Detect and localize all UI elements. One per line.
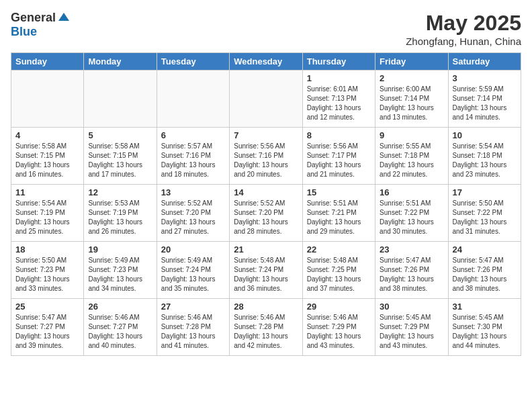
day-number: 12 bbox=[88, 187, 152, 197]
day-number: 23 bbox=[380, 244, 443, 255]
week-row-4: 18Sunrise: 5:50 AM Sunset: 7:23 PM Dayli… bbox=[11, 242, 521, 299]
svg-marker-0 bbox=[58, 13, 69, 21]
day-info: Sunrise: 5:48 AM Sunset: 7:24 PM Dayligh… bbox=[234, 256, 298, 293]
logo-blue-text: Blue bbox=[11, 25, 37, 39]
day-number: 6 bbox=[161, 130, 225, 140]
calendar-cell: 24Sunrise: 5:47 AM Sunset: 7:26 PM Dayli… bbox=[448, 242, 521, 299]
calendar-cell: 3Sunrise: 5:59 AM Sunset: 7:14 PM Daylig… bbox=[448, 71, 521, 128]
calendar-cell bbox=[11, 71, 84, 128]
calendar-cell: 13Sunrise: 5:52 AM Sunset: 7:20 PM Dayli… bbox=[157, 185, 229, 242]
day-info: Sunrise: 5:54 AM Sunset: 7:19 PM Dayligh… bbox=[15, 199, 79, 236]
day-info: Sunrise: 5:50 AM Sunset: 7:22 PM Dayligh… bbox=[453, 199, 517, 236]
calendar-cell: 14Sunrise: 5:52 AM Sunset: 7:20 PM Dayli… bbox=[230, 185, 302, 242]
calendar-cell bbox=[84, 71, 157, 128]
calendar-cell: 19Sunrise: 5:49 AM Sunset: 7:23 PM Dayli… bbox=[84, 242, 157, 299]
day-info: Sunrise: 5:48 AM Sunset: 7:25 PM Dayligh… bbox=[307, 256, 371, 293]
month-title: May 2025 bbox=[406, 11, 521, 36]
day-number: 15 bbox=[307, 187, 371, 197]
day-number: 5 bbox=[88, 130, 152, 140]
calendar-table: SundayMondayTuesdayWednesdayThursdayFrid… bbox=[11, 52, 521, 356]
day-info: Sunrise: 5:46 AM Sunset: 7:28 PM Dayligh… bbox=[161, 313, 225, 351]
weekday-header-friday: Friday bbox=[375, 53, 448, 71]
day-number: 17 bbox=[453, 187, 517, 197]
day-number: 4 bbox=[15, 130, 79, 140]
day-info: Sunrise: 5:46 AM Sunset: 7:27 PM Dayligh… bbox=[88, 313, 152, 351]
day-info: Sunrise: 5:52 AM Sunset: 7:20 PM Dayligh… bbox=[161, 199, 225, 236]
calendar-cell: 27Sunrise: 5:46 AM Sunset: 7:28 PM Dayli… bbox=[157, 299, 229, 356]
day-info: Sunrise: 5:51 AM Sunset: 7:22 PM Dayligh… bbox=[380, 199, 443, 236]
calendar-cell: 31Sunrise: 5:45 AM Sunset: 7:30 PM Dayli… bbox=[448, 299, 521, 356]
location-text: Zhongfang, Hunan, China bbox=[406, 36, 521, 47]
weekday-header-tuesday: Tuesday bbox=[157, 53, 229, 71]
day-number: 20 bbox=[161, 244, 225, 255]
calendar-cell bbox=[230, 71, 302, 128]
weekday-header-monday: Monday bbox=[84, 53, 157, 71]
week-row-3: 11Sunrise: 5:54 AM Sunset: 7:19 PM Dayli… bbox=[11, 185, 521, 242]
day-number: 18 bbox=[15, 244, 79, 255]
day-info: Sunrise: 5:47 AM Sunset: 7:27 PM Dayligh… bbox=[15, 313, 79, 351]
calendar-cell: 20Sunrise: 5:49 AM Sunset: 7:24 PM Dayli… bbox=[157, 242, 229, 299]
calendar-cell bbox=[157, 71, 229, 128]
day-info: Sunrise: 5:49 AM Sunset: 7:24 PM Dayligh… bbox=[161, 256, 225, 293]
day-number: 21 bbox=[234, 244, 298, 255]
weekday-header-sunday: Sunday bbox=[11, 53, 84, 71]
day-number: 1 bbox=[307, 73, 371, 83]
page-header: General Blue May 2025 Zhongfang, Hunan, … bbox=[11, 11, 521, 47]
day-info: Sunrise: 5:56 AM Sunset: 7:17 PM Dayligh… bbox=[307, 142, 371, 179]
day-info: Sunrise: 5:46 AM Sunset: 7:29 PM Dayligh… bbox=[307, 313, 371, 351]
day-info: Sunrise: 5:45 AM Sunset: 7:30 PM Dayligh… bbox=[453, 313, 517, 351]
calendar-cell: 26Sunrise: 5:46 AM Sunset: 7:27 PM Dayli… bbox=[84, 299, 157, 356]
day-info: Sunrise: 5:54 AM Sunset: 7:18 PM Dayligh… bbox=[453, 142, 517, 179]
calendar-cell: 16Sunrise: 5:51 AM Sunset: 7:22 PM Dayli… bbox=[375, 185, 448, 242]
day-info: Sunrise: 5:52 AM Sunset: 7:20 PM Dayligh… bbox=[234, 199, 298, 236]
day-info: Sunrise: 5:50 AM Sunset: 7:23 PM Dayligh… bbox=[15, 256, 79, 293]
day-info: Sunrise: 6:01 AM Sunset: 7:13 PM Dayligh… bbox=[307, 85, 371, 122]
calendar-cell: 8Sunrise: 5:56 AM Sunset: 7:17 PM Daylig… bbox=[302, 128, 375, 185]
day-number: 30 bbox=[380, 302, 443, 312]
day-number: 29 bbox=[307, 302, 371, 312]
calendar-cell: 11Sunrise: 5:54 AM Sunset: 7:19 PM Dayli… bbox=[11, 185, 84, 242]
day-info: Sunrise: 6:00 AM Sunset: 7:14 PM Dayligh… bbox=[380, 85, 443, 122]
weekday-header-saturday: Saturday bbox=[448, 53, 521, 71]
day-info: Sunrise: 5:59 AM Sunset: 7:14 PM Dayligh… bbox=[453, 85, 517, 122]
day-number: 26 bbox=[88, 302, 152, 312]
day-info: Sunrise: 5:55 AM Sunset: 7:18 PM Dayligh… bbox=[380, 142, 443, 179]
calendar-cell: 2Sunrise: 6:00 AM Sunset: 7:14 PM Daylig… bbox=[375, 71, 448, 128]
calendar-cell: 6Sunrise: 5:57 AM Sunset: 7:16 PM Daylig… bbox=[157, 128, 229, 185]
calendar-cell: 12Sunrise: 5:53 AM Sunset: 7:19 PM Dayli… bbox=[84, 185, 157, 242]
day-info: Sunrise: 5:51 AM Sunset: 7:21 PM Dayligh… bbox=[307, 199, 371, 236]
logo-general-text: General bbox=[11, 11, 56, 25]
day-info: Sunrise: 5:57 AM Sunset: 7:16 PM Dayligh… bbox=[161, 142, 225, 179]
week-row-1: 1Sunrise: 6:01 AM Sunset: 7:13 PM Daylig… bbox=[11, 71, 521, 128]
day-number: 3 bbox=[453, 73, 517, 83]
calendar-cell: 17Sunrise: 5:50 AM Sunset: 7:22 PM Dayli… bbox=[448, 185, 521, 242]
day-number: 22 bbox=[307, 244, 371, 255]
day-number: 7 bbox=[234, 130, 298, 140]
calendar-cell: 5Sunrise: 5:58 AM Sunset: 7:15 PM Daylig… bbox=[84, 128, 157, 185]
calendar-header-row: SundayMondayTuesdayWednesdayThursdayFrid… bbox=[11, 53, 521, 71]
week-row-2: 4Sunrise: 5:58 AM Sunset: 7:15 PM Daylig… bbox=[11, 128, 521, 185]
day-info: Sunrise: 5:58 AM Sunset: 7:15 PM Dayligh… bbox=[15, 142, 79, 179]
day-number: 24 bbox=[453, 244, 517, 255]
logo-icon bbox=[57, 11, 71, 25]
calendar-cell: 9Sunrise: 5:55 AM Sunset: 7:18 PM Daylig… bbox=[375, 128, 448, 185]
logo: General Blue bbox=[11, 11, 71, 39]
day-number: 25 bbox=[15, 302, 79, 312]
calendar-cell: 28Sunrise: 5:46 AM Sunset: 7:28 PM Dayli… bbox=[230, 299, 302, 356]
calendar-cell: 10Sunrise: 5:54 AM Sunset: 7:18 PM Dayli… bbox=[448, 128, 521, 185]
calendar-cell: 4Sunrise: 5:58 AM Sunset: 7:15 PM Daylig… bbox=[11, 128, 84, 185]
day-info: Sunrise: 5:46 AM Sunset: 7:28 PM Dayligh… bbox=[234, 313, 298, 351]
calendar-cell: 21Sunrise: 5:48 AM Sunset: 7:24 PM Dayli… bbox=[230, 242, 302, 299]
calendar-cell: 22Sunrise: 5:48 AM Sunset: 7:25 PM Dayli… bbox=[302, 242, 375, 299]
calendar-cell: 18Sunrise: 5:50 AM Sunset: 7:23 PM Dayli… bbox=[11, 242, 84, 299]
calendar-cell: 7Sunrise: 5:56 AM Sunset: 7:16 PM Daylig… bbox=[230, 128, 302, 185]
day-info: Sunrise: 5:47 AM Sunset: 7:26 PM Dayligh… bbox=[380, 256, 443, 293]
day-info: Sunrise: 5:53 AM Sunset: 7:19 PM Dayligh… bbox=[88, 199, 152, 236]
calendar-cell: 23Sunrise: 5:47 AM Sunset: 7:26 PM Dayli… bbox=[375, 242, 448, 299]
day-number: 28 bbox=[234, 302, 298, 312]
day-number: 8 bbox=[307, 130, 371, 140]
calendar-cell: 15Sunrise: 5:51 AM Sunset: 7:21 PM Dayli… bbox=[302, 185, 375, 242]
calendar-cell: 1Sunrise: 6:01 AM Sunset: 7:13 PM Daylig… bbox=[302, 71, 375, 128]
day-info: Sunrise: 5:58 AM Sunset: 7:15 PM Dayligh… bbox=[88, 142, 152, 179]
calendar-cell: 30Sunrise: 5:45 AM Sunset: 7:29 PM Dayli… bbox=[375, 299, 448, 356]
